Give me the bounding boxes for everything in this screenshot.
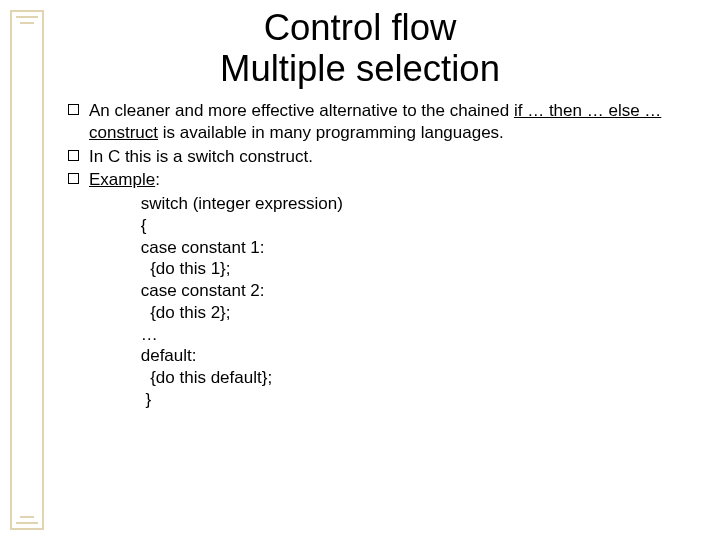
code-example: switch (integer expression) { case const… <box>136 193 700 411</box>
bullet-item: An cleaner and more effective alternativ… <box>68 100 700 144</box>
bullet-text: An cleaner and more effective alternativ… <box>89 100 700 144</box>
deco-line <box>20 516 34 518</box>
bullet-text: Example: <box>89 169 700 191</box>
checkbox-icon <box>68 104 79 115</box>
code-line: … <box>136 324 700 346</box>
code-line: {do this default}; <box>136 367 700 389</box>
code-line: switch (integer expression) <box>136 193 700 215</box>
text: is available in many programming languag… <box>158 123 504 142</box>
code-line: { <box>136 215 700 237</box>
code-line: case constant 2: <box>136 280 700 302</box>
title-line-2: Multiple selection <box>220 48 500 89</box>
slide-body: An cleaner and more effective alternativ… <box>68 100 700 411</box>
title-line-1: Control flow <box>264 7 457 48</box>
underlined-text: Example <box>89 170 155 189</box>
bullet-text: In C this is a switch construct. <box>89 146 700 168</box>
bullet-item: In C this is a switch construct. <box>68 146 700 168</box>
code-line: default: <box>136 345 700 367</box>
text: : <box>155 170 160 189</box>
code-line: } <box>136 389 700 411</box>
checkbox-icon <box>68 173 79 184</box>
checkbox-icon <box>68 150 79 161</box>
code-line: case constant 1: <box>136 237 700 259</box>
slide-title: Control flow Multiple selection <box>0 8 720 90</box>
code-line: {do this 1}; <box>136 258 700 280</box>
code-line: {do this 2}; <box>136 302 700 324</box>
bullet-item: Example: <box>68 169 700 191</box>
text: An cleaner and more effective alternativ… <box>89 101 514 120</box>
